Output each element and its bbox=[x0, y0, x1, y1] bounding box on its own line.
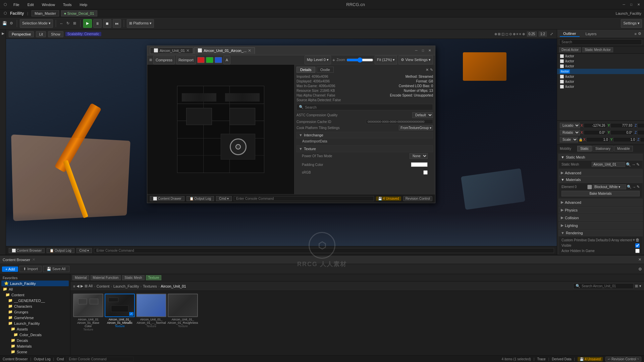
filter-icon[interactable]: ≡ bbox=[635, 32, 637, 36]
tex-close-1[interactable]: ✕ bbox=[186, 48, 190, 53]
tree-color-decals[interactable]: 📁Color_Decals bbox=[1, 332, 69, 338]
tex-compress-btn[interactable]: Compress bbox=[153, 56, 175, 64]
actor-item-4[interactable]: iluctor bbox=[557, 69, 644, 74]
sm-edit-icon[interactable]: ✎ bbox=[636, 162, 640, 167]
tree-generated[interactable]: 📁__GENERATED__ bbox=[1, 298, 69, 303]
stop-button[interactable]: ⏹ bbox=[103, 19, 111, 28]
filter-texture-btn[interactable]: Texture bbox=[146, 275, 162, 280]
save-all-btn[interactable]: 💾 Save All bbox=[43, 266, 69, 272]
cook-select[interactable]: FromTextureGroup ▾ bbox=[399, 125, 433, 130]
content-browser-btn[interactable]: ⬜ Content Browser bbox=[9, 248, 45, 253]
cb-settings-icon[interactable]: ⚙ bbox=[638, 267, 642, 272]
layers-tab[interactable]: Layers bbox=[582, 31, 600, 37]
output-log-btn[interactable]: 📋 Output Log bbox=[186, 196, 214, 201]
add-element-icon[interactable]: + bbox=[633, 238, 635, 242]
cmd-btn[interactable]: Cmd ▾ bbox=[216, 196, 232, 201]
edit-icon[interactable]: ✎ bbox=[430, 68, 433, 72]
cb-back-icon[interactable]: ◀ bbox=[76, 284, 79, 288]
tex-close[interactable]: ✕ bbox=[427, 48, 432, 53]
mip-level-btn[interactable]: Mip Level 0 ▾ bbox=[305, 56, 331, 64]
static-mesh-actor-btn[interactable]: Static Mesh Actor bbox=[582, 47, 613, 52]
location-y-input[interactable] bbox=[610, 123, 634, 128]
details-tab[interactable]: Details bbox=[297, 67, 315, 73]
rotation-z-input[interactable] bbox=[637, 130, 644, 135]
rotation-x-input[interactable] bbox=[584, 130, 607, 135]
tree-gameverse[interactable]: 📁GarneVerse bbox=[1, 315, 69, 320]
texture-section-header[interactable]: ▼ Texture bbox=[297, 145, 433, 152]
perspective-btn[interactable]: Perspective bbox=[9, 31, 34, 37]
launch-facility-tree-item[interactable]: ⭐ Launch_Facility bbox=[1, 281, 69, 286]
padding-color-swatch[interactable] bbox=[411, 162, 428, 167]
physics-header[interactable]: ▶ Physics bbox=[558, 206, 643, 214]
asset-4[interactable]: Aircon_Unit_01_ Aircon_01_Roughness Text… bbox=[168, 294, 198, 331]
show-btn[interactable]: Show bbox=[48, 31, 63, 37]
filter-staticmesh-btn[interactable]: Static Mesh bbox=[122, 275, 144, 280]
add-btn[interactable]: + Add bbox=[2, 266, 18, 272]
tex-image-area[interactable] bbox=[147, 65, 294, 194]
tex-maximize[interactable]: □ bbox=[420, 48, 426, 53]
cb-path-all[interactable]: ⊞ All bbox=[85, 284, 93, 288]
mat-arrow[interactable]: → bbox=[632, 185, 636, 189]
save-icon[interactable]: 💾 bbox=[2, 21, 7, 26]
cb-filter2-icon[interactable]: ▾ bbox=[639, 284, 641, 288]
tex-close-2[interactable]: ✕ bbox=[248, 48, 251, 53]
astc-select[interactable]: Default bbox=[412, 112, 433, 118]
asset-3[interactable]: Aircon_Unit_01_ Aircon_01_..._Normal Tex… bbox=[136, 294, 166, 331]
materials-header[interactable]: ▼ Materials bbox=[558, 176, 643, 183]
actor-item-2[interactable]: ⬜iluctor bbox=[557, 59, 644, 64]
cb-view-icon[interactable]: ⊞ bbox=[635, 284, 638, 288]
power-select[interactable]: None bbox=[410, 153, 428, 159]
scale-x-input[interactable] bbox=[586, 137, 610, 142]
close-details-btn[interactable]: ✕ bbox=[426, 68, 429, 72]
sidebar-toggle[interactable]: ◀ bbox=[1, 31, 5, 37]
tree-textures[interactable]: 📁Textures bbox=[1, 355, 69, 355]
main-master-tab[interactable]: Main_Master bbox=[32, 10, 59, 16]
pause-button[interactable]: ⏸ bbox=[93, 19, 102, 28]
cb-sort-icon[interactable]: ≡ bbox=[73, 284, 75, 288]
minimize-button[interactable]: ─ bbox=[621, 2, 627, 7]
cb-path-content[interactable]: Content bbox=[97, 284, 110, 288]
srgb-checkbox[interactable] bbox=[423, 170, 428, 175]
content-drawer-btn[interactable]: ⬜ Content Drawer bbox=[150, 196, 184, 201]
tree-characters[interactable]: 📁Characters bbox=[1, 303, 69, 309]
actor-item-7[interactable]: ⬜iluctor bbox=[557, 84, 644, 89]
scale-z-input[interactable] bbox=[640, 137, 644, 142]
location-z-input[interactable] bbox=[637, 123, 644, 128]
advanced-header-2[interactable]: ▶ Advanced bbox=[558, 199, 643, 206]
actor-item-3[interactable]: ⬜iluctor bbox=[557, 64, 644, 69]
tree-decals[interactable]: 📁Decals bbox=[1, 338, 69, 343]
cb-path-textures[interactable]: Textures bbox=[143, 284, 157, 288]
asset-2[interactable]: ✓ Aircon_Unit_01_ Aircon_01_Metallic Tex… bbox=[105, 294, 135, 331]
menu-file[interactable]: File bbox=[11, 2, 22, 7]
tree-content[interactable]: 📁Content bbox=[1, 292, 69, 298]
cb-path-aircon[interactable]: Aircon_Unit_01 bbox=[161, 284, 186, 288]
cmd-main-btn[interactable]: Cmd ▾ bbox=[76, 248, 92, 253]
tex-minimize[interactable]: ─ bbox=[414, 48, 419, 53]
cb-forward-icon[interactable]: ▶ bbox=[80, 284, 83, 288]
advanced-header[interactable]: ▶ Advanced bbox=[558, 169, 643, 176]
decal-actor-btn[interactable]: Decal Actor bbox=[559, 47, 581, 52]
cb-close-icon[interactable]: ✕ bbox=[638, 257, 641, 262]
scale-y-input[interactable] bbox=[613, 137, 637, 142]
menu-tools[interactable]: Tools bbox=[60, 2, 74, 7]
tree-assets[interactable]: 📁Assets bbox=[1, 326, 69, 332]
tree-grunges[interactable]: 📁Grunges bbox=[1, 309, 69, 315]
filter-material-btn[interactable]: Material bbox=[72, 275, 89, 280]
tex-reimport-btn[interactable]: Reimport bbox=[176, 56, 196, 64]
source-icon[interactable]: ⚙ bbox=[9, 21, 14, 26]
transform-icon[interactable]: ↔ bbox=[59, 21, 64, 26]
static-mesh-header[interactable]: ▼ Static Mesh bbox=[558, 154, 643, 161]
tex-tab-2[interactable]: ⬜ Aircon_Unit_01_Aircon_... ✕ bbox=[194, 47, 255, 54]
static-mobility-btn[interactable]: Static bbox=[577, 146, 592, 152]
console-input[interactable] bbox=[234, 196, 374, 201]
status-console-input[interactable] bbox=[66, 357, 133, 362]
channel-red-btn[interactable] bbox=[197, 57, 205, 63]
output-log-main-btn[interactable]: 📋 Output Log bbox=[47, 248, 74, 253]
menu-edit[interactable]: Edit bbox=[25, 2, 37, 7]
menu-help[interactable]: Help bbox=[77, 2, 90, 7]
channel-blue-btn[interactable] bbox=[215, 57, 222, 63]
location-select[interactable]: Location bbox=[560, 123, 580, 128]
tree-scene[interactable]: 📁Scene bbox=[1, 349, 69, 355]
mip-plus[interactable]: + bbox=[332, 57, 335, 63]
rendering-header[interactable]: ▼ Rendering bbox=[558, 230, 643, 236]
